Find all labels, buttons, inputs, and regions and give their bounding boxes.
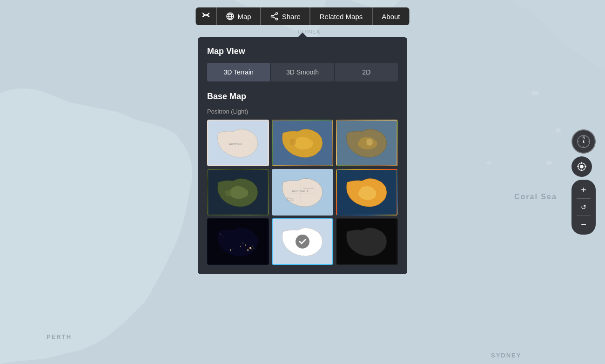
svg-point-41: [233, 248, 234, 249]
base-map-title: Base Map: [207, 92, 398, 101]
map-panel: Map View 3D Terrain 3D Smooth 2D Base Ma…: [198, 37, 407, 274]
svg-text:AUSTRALIA: AUSTRALIA: [292, 189, 309, 193]
minimize-icon: [202, 13, 210, 20]
basemap-thumb-light[interactable]: Australia: [207, 120, 269, 166]
svg-point-17: [271, 15, 273, 17]
svg-point-1: [531, 91, 539, 95]
share-icon: [270, 12, 279, 20]
svg-point-44: [220, 234, 221, 235]
svg-point-15: [276, 13, 278, 14]
svg-point-43: [254, 248, 255, 249]
view-btn-3d-terrain[interactable]: 3D Terrain: [207, 63, 270, 81]
svg-text:Coral Sea: Coral Sea: [514, 193, 557, 201]
basemap-thumb-white[interactable]: [272, 218, 334, 265]
zoom-group: + ↺ −: [571, 180, 596, 235]
svg-line-19: [273, 17, 276, 19]
toolbar: Map Share Related Maps About: [196, 7, 410, 25]
svg-point-36: [252, 246, 253, 247]
svg-point-4: [546, 161, 552, 165]
related-maps-label: Related Maps: [320, 13, 363, 20]
svg-text:Australia: Australia: [286, 199, 294, 201]
base-map-selected-label: Positron (Light): [207, 108, 398, 115]
compass-button[interactable]: N: [571, 129, 596, 154]
reset-north-button[interactable]: ↺: [573, 199, 594, 216]
compass-icon: N: [577, 135, 591, 148]
location-button[interactable]: [571, 156, 592, 177]
basemap-thumb-political[interactable]: AUSTRALIA Western Australia Queensland: [272, 169, 334, 216]
related-maps-button[interactable]: Related Maps: [310, 7, 372, 25]
svg-text:PERTH: PERTH: [47, 333, 72, 340]
svg-point-35: [247, 249, 249, 251]
basemap-thumb-night[interactable]: [207, 218, 269, 265]
about-button[interactable]: About: [372, 7, 409, 25]
svg-point-3: [486, 162, 491, 164]
panel-title: Map View: [207, 47, 398, 56]
svg-point-16: [276, 18, 278, 20]
svg-point-40: [240, 246, 241, 247]
minimize-button[interactable]: [196, 7, 216, 25]
svg-text:SYDNEY: SYDNEY: [491, 352, 521, 359]
map-button[interactable]: Map: [217, 7, 261, 25]
zoom-in-button[interactable]: +: [573, 182, 594, 198]
location-icon: [577, 162, 587, 172]
svg-point-45: [223, 236, 223, 237]
selected-checkmark: [296, 235, 309, 249]
view-btn-2d[interactable]: 2D: [335, 63, 398, 81]
view-toggle: 3D Terrain 3D Smooth 2D: [207, 63, 398, 81]
map-button-label: Map: [238, 13, 251, 20]
svg-point-38: [242, 243, 243, 243]
svg-line-18: [273, 14, 276, 16]
map-thumbnail-grid: Australia: [207, 120, 398, 265]
view-btn-3d-smooth[interactable]: 3D Smooth: [270, 63, 334, 81]
svg-point-34: [249, 247, 251, 249]
svg-point-39: [245, 244, 246, 246]
basemap-thumb-terrain[interactable]: [272, 120, 334, 166]
svg-text:Queensland: Queensland: [303, 187, 314, 189]
right-controls: N + ↺ −: [571, 129, 596, 235]
svg-text:Australia: Australia: [229, 142, 242, 146]
svg-point-2: [556, 128, 561, 132]
svg-point-42: [251, 249, 252, 249]
share-button[interactable]: Share: [261, 7, 310, 25]
basemap-thumb-satellite[interactable]: [207, 169, 269, 216]
basemap-thumb-heat[interactable]: [336, 169, 398, 216]
about-label: About: [382, 13, 400, 20]
basemap-thumb-dark[interactable]: [336, 218, 398, 265]
globe-icon: [226, 12, 235, 20]
svg-point-57: [580, 165, 583, 168]
svg-point-37: [230, 249, 231, 251]
basemap-thumb-topo[interactable]: [336, 120, 398, 166]
share-button-label: Share: [282, 13, 301, 20]
zoom-out-button[interactable]: −: [573, 216, 594, 233]
